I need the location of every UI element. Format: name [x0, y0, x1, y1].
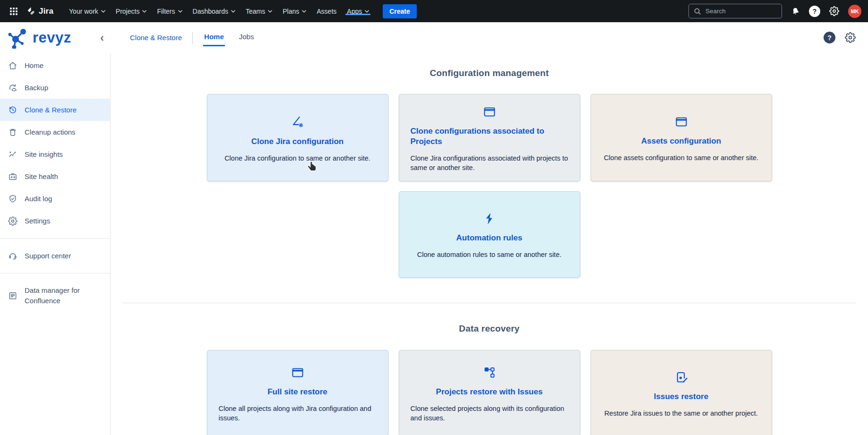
configuration-cards: Clone Jira configuration Clone Jira conf… — [111, 94, 868, 278]
card-description: Clone selected projects along with its c… — [411, 404, 568, 423]
shield-check-icon — [8, 194, 17, 204]
card-assets-configuration[interactable]: Assets configuration Clone assets config… — [591, 94, 772, 181]
jira-topbar: Jira Your work Projects Filters Dashboar… — [0, 0, 868, 22]
tab-jobs[interactable]: Jobs — [238, 29, 255, 46]
card-title: Full site restore — [267, 387, 327, 397]
browser-window-icon — [674, 115, 688, 129]
chevron-down-icon — [178, 10, 182, 13]
create-button[interactable]: Create — [383, 4, 417, 18]
gear-icon — [8, 216, 17, 226]
avatar[interactable]: MK — [848, 5, 861, 18]
card-title: Projects restore with Issues — [436, 387, 543, 397]
card-full-site-restore[interactable]: Full site restore Clone all projects alo… — [207, 350, 388, 435]
main-content: Configuration management Clone Jira conf… — [111, 53, 868, 435]
app-header: revyz ‹ Clone & Restore Home Jobs ? — [0, 22, 868, 53]
browser-window-icon — [291, 366, 305, 380]
card-description: Clone Jira configuration to same or anot… — [224, 154, 370, 163]
card-description: Clone Jira configurations associated wit… — [411, 154, 568, 172]
chevron-down-icon — [302, 10, 306, 13]
insights-icon — [8, 150, 17, 159]
settings-icon[interactable] — [845, 32, 856, 43]
breadcrumb-divider — [192, 32, 193, 44]
jira-mark-icon — [26, 6, 35, 16]
topbar-right: ? MK — [688, 0, 861, 22]
sidebar-item-support-center[interactable]: Support center — [0, 245, 110, 267]
revyz-logo[interactable] — [8, 27, 29, 49]
card-description: Clone automation rules to same or anothe… — [417, 250, 561, 259]
sidebar-item-clone-restore[interactable]: Clone & Restore — [0, 99, 110, 121]
app-header-actions: ? — [824, 22, 868, 53]
tab-home[interactable]: Home — [203, 29, 225, 46]
section-title-configuration: Configuration management — [111, 68, 868, 78]
sidebar-item-site-insights[interactable]: Site insights — [0, 143, 110, 165]
card-description: Clone all projects along with Jira confi… — [219, 404, 377, 423]
breadcrumb[interactable]: Clone & Restore — [130, 34, 182, 42]
card-description: Restore Jira issues to the same or anoth… — [604, 409, 758, 418]
data-recovery-cards: Full site restore Clone all projects alo… — [111, 350, 868, 435]
card-issues-restore[interactable]: Issues restore Restore Jira issues to th… — [591, 350, 772, 435]
card-title: Assets configuration — [641, 136, 721, 146]
chevron-down-icon — [365, 10, 369, 13]
clone-restore-icon — [8, 105, 17, 115]
home-icon — [8, 61, 17, 70]
search-input[interactable] — [705, 7, 771, 15]
topbar-left: Jira Your work Projects Filters Dashboar… — [6, 0, 417, 22]
nav-teams[interactable]: Teams — [241, 8, 277, 15]
tabs-area: Clone & Restore Home Jobs — [111, 22, 268, 53]
card-title: Clone configurations associated to Proje… — [411, 126, 568, 147]
browser-window-icon — [482, 105, 497, 119]
chevron-down-icon — [142, 10, 146, 13]
app-switcher-icon[interactable] — [6, 0, 22, 22]
sidebar-item-data-manager-confluence[interactable]: Data manager for Confluence — [0, 280, 110, 312]
sidebar-item-site-health[interactable]: Site health — [0, 165, 110, 188]
nav-projects[interactable]: Projects — [111, 8, 152, 15]
settings-icon[interactable] — [829, 6, 839, 16]
card-clone-jira-configuration[interactable]: Clone Jira configuration Clone Jira conf… — [207, 94, 388, 181]
card-title: Automation rules — [456, 233, 523, 243]
sidebar-item-cleanup-actions[interactable]: Cleanup actions — [0, 121, 110, 143]
chevron-down-icon — [268, 10, 272, 13]
chevron-down-icon — [101, 10, 105, 13]
chevron-down-icon — [231, 10, 235, 13]
search-icon — [694, 8, 701, 15]
section-divider — [123, 303, 856, 303]
nav-your-work[interactable]: Your work — [64, 8, 111, 15]
sidebar-item-backup[interactable]: Backup — [0, 77, 110, 99]
sidebar-divider — [0, 273, 110, 273]
sidebar-item-settings[interactable]: Settings — [0, 210, 110, 232]
global-search[interactable] — [688, 4, 782, 18]
product-name: Jira — [39, 7, 53, 16]
help-icon[interactable]: ? — [809, 6, 820, 17]
design-gear-icon — [290, 114, 305, 129]
notifications-icon[interactable] — [791, 7, 800, 16]
headset-icon — [8, 251, 17, 261]
lightning-icon — [482, 212, 497, 226]
nav-apps[interactable]: Apps — [342, 8, 374, 15]
article-icon — [8, 291, 17, 300]
sidebar-item-audit-log[interactable]: Audit log — [0, 188, 110, 210]
card-title: Clone Jira configuration — [251, 136, 344, 147]
sitemap-icon — [482, 366, 497, 380]
jira-logo[interactable]: Jira — [24, 6, 57, 16]
page: Jira Your work Projects Filters Dashboar… — [0, 0, 868, 435]
card-automation-rules[interactable]: Automation rules Clone automation rules … — [399, 191, 580, 278]
nav-dashboards[interactable]: Dashboards — [188, 8, 241, 15]
nav-plans[interactable]: Plans — [277, 8, 311, 15]
health-icon — [8, 172, 17, 181]
backup-icon — [8, 83, 17, 93]
sidebar-divider — [0, 238, 110, 239]
revyz-brand: revyz ‹ — [0, 22, 111, 53]
issue-edit-icon — [674, 370, 688, 384]
nav-filters[interactable]: Filters — [152, 8, 187, 15]
sidebar-item-home[interactable]: Home — [0, 54, 110, 77]
nav-assets[interactable]: Assets — [311, 8, 342, 15]
section-title-data-recovery: Data recovery — [111, 324, 868, 334]
topbar-nav: Your work Projects Filters Dashboards Te… — [64, 8, 374, 15]
trash-icon — [8, 128, 17, 137]
card-clone-configurations-projects[interactable]: Clone configurations associated to Proje… — [399, 94, 580, 181]
sidebar: Home Backup — [0, 53, 111, 435]
card-description: Clone assets configuration to same or an… — [604, 153, 758, 162]
card-projects-restore-with-issues[interactable]: Projects restore with Issues Clone selec… — [399, 350, 580, 435]
help-icon[interactable]: ? — [824, 32, 835, 43]
collapse-sidebar-icon[interactable]: ‹ — [98, 32, 106, 43]
